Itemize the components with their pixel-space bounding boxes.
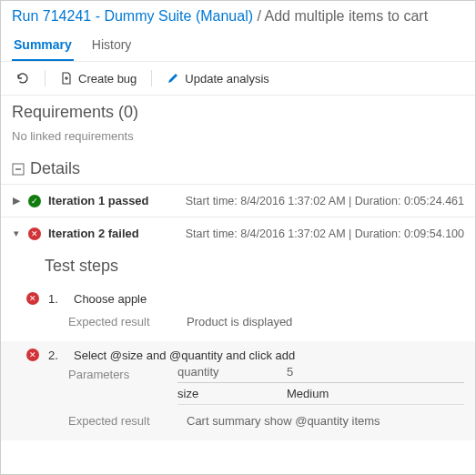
update-analysis-label: Update analysis xyxy=(185,72,269,86)
pass-icon: ✓ xyxy=(28,195,41,207)
fail-icon: ✕ xyxy=(28,227,41,240)
refresh-button[interactable] xyxy=(12,69,34,87)
step-number: 2. xyxy=(48,349,65,362)
document-plus-icon xyxy=(60,72,73,85)
tab-summary[interactable]: Summary xyxy=(12,32,74,61)
breadcrumb: Run 714241 - Dummy Suite (Manual) / Add … xyxy=(1,1,475,28)
param-name: size xyxy=(177,387,287,400)
expected-label: Expected result xyxy=(68,414,168,428)
create-bug-button[interactable]: Create bug xyxy=(56,70,140,87)
fail-icon: ✕ xyxy=(26,349,39,361)
tab-bar: Summary History xyxy=(1,28,475,62)
details-header[interactable]: Details xyxy=(1,154,475,185)
expected-label: Expected result xyxy=(68,315,168,328)
tab-history[interactable]: History xyxy=(90,32,134,61)
param-value: 5 xyxy=(287,365,396,379)
pencil-icon xyxy=(167,72,179,85)
iteration-meta: Start time: 8/4/2016 1:37:02 AM | Durati… xyxy=(186,195,464,207)
parameters-table: quantity 5 size Medium xyxy=(136,361,464,405)
table-row: quantity 5 xyxy=(177,361,464,383)
refresh-icon xyxy=(15,71,30,86)
test-step: ✕ 2. Select @size and @quantity and clic… xyxy=(1,341,475,440)
param-value: Medium xyxy=(287,387,396,400)
step-text: Select @size and @quantity and click add xyxy=(74,349,464,362)
step-number: 1. xyxy=(48,292,65,306)
parameters-label: Parameters xyxy=(68,368,168,381)
iteration-row[interactable]: ▶ ✓ Iteration 1 passed Start time: 8/4/2… xyxy=(1,185,475,217)
expected-value: Cart summary show @quantity items xyxy=(187,414,380,428)
expected-value: Product is displayed xyxy=(187,315,292,328)
collapse-icon xyxy=(12,163,25,176)
chevron-right-icon: ▶ xyxy=(12,195,21,207)
details-title: Details xyxy=(30,159,80,178)
test-steps-title: Test steps xyxy=(1,249,475,285)
requirements-title: Requirements (0) xyxy=(1,96,475,126)
fail-icon: ✕ xyxy=(26,292,39,305)
separator xyxy=(45,70,46,86)
breadcrumb-sep: / xyxy=(253,8,264,24)
breadcrumb-current: Add multiple items to cart xyxy=(264,8,428,24)
update-analysis-button[interactable]: Update analysis xyxy=(163,70,273,87)
test-step: ✕ 1. Choose apple Expected result Produc… xyxy=(1,285,475,341)
run-link[interactable]: Run 714241 - Dummy Suite (Manual) xyxy=(12,8,253,24)
requirements-empty: No linked requirements xyxy=(1,126,475,154)
separator xyxy=(151,70,152,86)
toolbar: Create bug Update analysis xyxy=(1,62,475,96)
table-row: size Medium xyxy=(177,383,464,405)
iteration-row[interactable]: ▾ ✕ Iteration 2 failed Start time: 8/4/2… xyxy=(1,217,475,249)
create-bug-label: Create bug xyxy=(78,72,137,86)
chevron-down-icon: ▾ xyxy=(12,227,21,239)
param-name: quantity xyxy=(177,365,287,379)
iteration-title: Iteration 1 passed xyxy=(48,194,149,207)
iteration-title: Iteration 2 failed xyxy=(48,227,139,240)
step-text: Choose apple xyxy=(74,292,464,306)
iteration-meta: Start time: 8/4/2016 1:37:02 AM | Durati… xyxy=(186,227,464,240)
